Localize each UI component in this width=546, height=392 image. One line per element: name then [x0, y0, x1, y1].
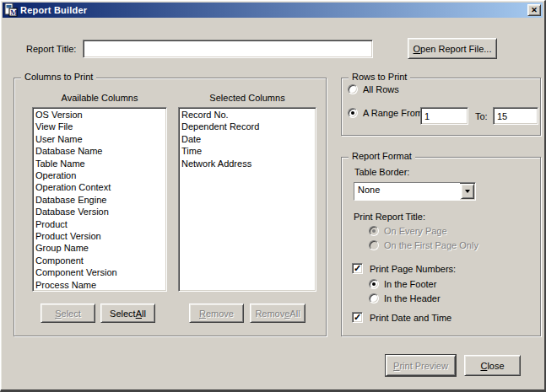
range-to-input[interactable] [493, 107, 538, 125]
close-button[interactable]: ✕ [527, 4, 541, 16]
button-label-part: P [393, 361, 399, 371]
app-icon: M [4, 3, 18, 17]
button-label-part: ll [142, 309, 146, 319]
footer-radio[interactable] [369, 279, 379, 289]
report-title-label: Report Title: [26, 44, 76, 54]
list-item[interactable]: Time [180, 145, 315, 157]
date-time-checkbox-row[interactable]: ✓ Print Date and Time [352, 312, 451, 323]
list-item[interactable]: Dependent Record [180, 121, 315, 132]
select-button[interactable]: Select [41, 303, 95, 323]
print-preview-button[interactable]: Print Preview [386, 355, 456, 376]
header-radio-label: In the Header [384, 293, 441, 303]
every-page-radio[interactable] [369, 226, 379, 236]
button-label-part: Select [110, 309, 136, 319]
check-icon: ✓ [354, 313, 361, 322]
all-rows-label: All Rows [363, 84, 399, 94]
range-radio[interactable] [348, 108, 358, 118]
list-item[interactable]: Process Name [34, 279, 165, 291]
list-item[interactable]: OS Version [34, 109, 165, 121]
selected-columns-label: Selected Columns [178, 93, 316, 103]
footer-radio-row[interactable]: In the Footer [369, 279, 436, 289]
list-item[interactable]: Component [34, 255, 165, 266]
close-dialog-button[interactable]: Close [464, 355, 521, 376]
format-group-legend: Report Format [349, 151, 415, 161]
check-icon: ✓ [354, 264, 361, 273]
all-rows-radio[interactable] [348, 84, 358, 94]
first-page-label: On the First Page Only [384, 240, 478, 250]
chevron-down-icon [465, 190, 470, 193]
page-numbers-checkbox[interactable]: ✓ [352, 263, 363, 274]
header-radio-row[interactable]: In the Header [369, 293, 441, 303]
footer-radio-label: In the Footer [384, 279, 436, 289]
list-item[interactable]: Operation [34, 169, 165, 181]
date-time-checkbox[interactable]: ✓ [352, 312, 363, 323]
available-columns-label: Available Columns [32, 93, 167, 103]
selected-columns-listbox[interactable]: Record No.Dependent RecordDateTimeNetwor… [178, 107, 316, 292]
button-label-part: O [414, 44, 421, 54]
list-item[interactable]: Component Version [34, 266, 165, 278]
every-page-radio-row[interactable]: On Every Page [369, 226, 447, 236]
page-numbers-label: Print Page Numbers: [370, 264, 456, 274]
list-item[interactable]: Product Version [34, 230, 165, 242]
list-item[interactable]: Database Version [34, 206, 165, 217]
rows-group-legend: Rows to Print [349, 72, 410, 82]
window-title: Report Builder [20, 5, 527, 15]
close-icon: ✕ [531, 7, 538, 14]
open-report-file-button[interactable]: Open Report File... [408, 38, 497, 59]
button-label-part: S [55, 309, 61, 319]
page-numbers-checkbox-row[interactable]: ✓ Print Page Numbers: [352, 263, 456, 274]
first-page-radio-row[interactable]: On the First Page Only [369, 240, 478, 250]
button-label-part: A [136, 309, 142, 319]
table-border-value: None [354, 183, 460, 200]
button-label-part: Remov [255, 309, 284, 319]
available-columns-listbox[interactable]: OS VersionView FileUser NameDatabase Nam… [32, 107, 167, 292]
button-label-part: C [480, 361, 487, 371]
combobox-dropdown-button[interactable] [461, 184, 474, 199]
remove-button[interactable]: Remove [189, 303, 244, 323]
all-rows-radio-row[interactable]: All Rows [348, 84, 399, 94]
select-all-button[interactable]: Select All [100, 303, 155, 323]
list-item[interactable]: Database Engine [34, 194, 165, 206]
button-label-part: R [199, 309, 206, 319]
button-label-part: pen Report File... [420, 44, 491, 54]
title-bar[interactable]: M Report Builder ✕ [3, 3, 543, 18]
list-item[interactable]: User Name [34, 133, 165, 145]
button-label-part: lose [487, 361, 504, 371]
button-label-part: rint Preview [399, 361, 447, 371]
every-page-label: On Every Page [384, 226, 447, 236]
first-page-radio[interactable] [369, 240, 379, 250]
print-report-title-label: Print Report Title: [354, 212, 425, 222]
range-radio-row[interactable]: A Range From: [348, 108, 425, 118]
report-builder-dialog: M Report Builder ✕ Report Title: Open Re… [0, 0, 546, 392]
header-radio[interactable] [369, 293, 379, 303]
button-label-part: elect [62, 309, 81, 319]
table-border-label: Table Border: [354, 167, 409, 177]
columns-group-legend: Columns to Print [21, 72, 96, 82]
button-label-part: emove [206, 309, 234, 319]
list-item[interactable]: Record No. [180, 109, 315, 121]
list-item[interactable]: Date [180, 133, 315, 145]
list-item[interactable]: Product [34, 218, 165, 230]
button-label-part: All [289, 309, 300, 319]
svg-text:M: M [10, 8, 18, 17]
list-item[interactable]: Network Address [180, 158, 315, 169]
list-item[interactable]: Table Name [34, 158, 165, 169]
date-time-label: Print Date and Time [370, 313, 451, 323]
range-to-label: To: [475, 111, 488, 121]
remove-all-button[interactable]: Remove All [250, 303, 305, 323]
report-title-input[interactable] [83, 40, 373, 58]
range-from-input[interactable] [420, 107, 468, 125]
range-label: A Range From: [363, 108, 425, 118]
list-item[interactable]: Group Name [34, 242, 165, 254]
list-item[interactable]: Operation Context [34, 181, 165, 193]
list-item[interactable]: Database Name [34, 145, 165, 157]
list-item[interactable]: View File [34, 121, 165, 132]
table-border-combobox[interactable]: None [354, 182, 476, 201]
